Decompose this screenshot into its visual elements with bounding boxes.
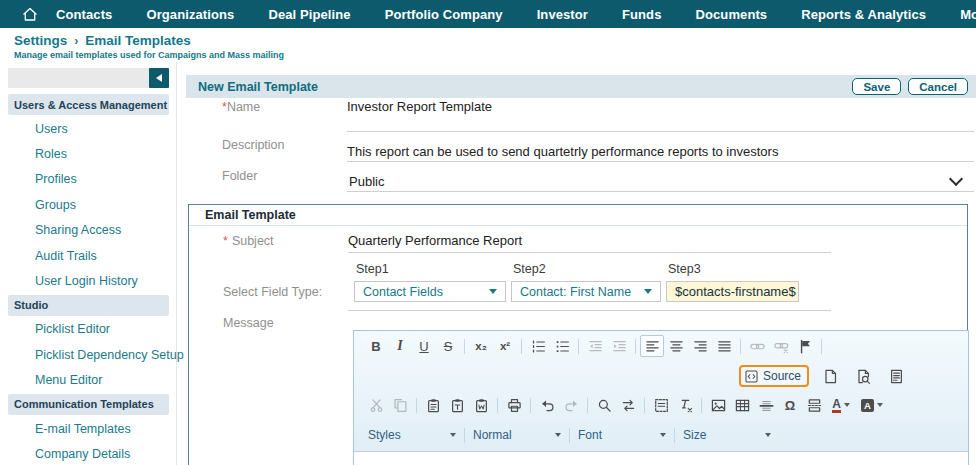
preview-button[interactable] <box>851 365 875 387</box>
undo-button[interactable] <box>535 394 559 416</box>
align-center-button[interactable] <box>664 335 688 357</box>
unlink-button[interactable] <box>769 335 793 357</box>
cut-button[interactable] <box>364 394 388 416</box>
page-title: New Email Template <box>198 80 318 94</box>
print-button[interactable] <box>502 394 526 416</box>
toolbar-separator <box>569 428 570 443</box>
replace-button[interactable] <box>616 394 640 416</box>
sidebar-item-menu-editor[interactable]: Menu Editor <box>0 368 177 393</box>
folder-select[interactable]: Public <box>349 174 384 189</box>
nav-item-deal-pipeline[interactable]: Deal Pipeline <box>251 7 367 22</box>
subject-field[interactable]: Quarterly Performance Report <box>348 233 522 248</box>
top-nav: Contacts Organizations Deal Pipeline Por… <box>0 0 976 28</box>
steps-row-underline <box>348 310 831 311</box>
horizontal-rule-button[interactable] <box>754 394 778 416</box>
toolbar-separator <box>530 398 531 413</box>
sidebar-item-sharing-access[interactable]: Sharing Access <box>0 218 177 243</box>
align-right-button[interactable] <box>688 335 712 357</box>
sidebar-collapse-button[interactable] <box>149 68 169 88</box>
text-color-button[interactable]: A <box>826 394 856 416</box>
message-body-area[interactable] <box>354 451 968 465</box>
bold-button[interactable]: B <box>364 335 388 357</box>
save-button[interactable]: Save <box>852 78 901 95</box>
home-icon[interactable] <box>21 6 39 23</box>
decrease-indent-button[interactable] <box>583 335 607 357</box>
underline-button[interactable]: U <box>412 335 436 357</box>
editor-toolbar-row-4: Styles Normal Font Size <box>354 419 968 451</box>
sidebar-section-communication-templates: Communication Templates <box>8 394 169 415</box>
styles-dropdown[interactable]: Styles <box>364 428 460 442</box>
source-button[interactable]: Source <box>745 369 801 383</box>
nav-item-more[interactable]: More <box>943 7 976 22</box>
chevron-down-icon <box>844 403 850 407</box>
sidebar-item-roles[interactable]: Roles <box>0 141 177 166</box>
justify-button[interactable] <box>712 335 736 357</box>
page-break-button[interactable] <box>802 394 826 416</box>
paste-button[interactable] <box>421 394 445 416</box>
name-field[interactable]: Investor Report Template <box>347 99 492 114</box>
templates-button[interactable] <box>884 365 908 387</box>
sidebar-item-users[interactable]: Users <box>0 116 177 141</box>
toolbar-separator <box>497 398 498 413</box>
sidebar-item-email-templates[interactable]: E-mail Templates <box>0 416 177 441</box>
subject-field-underline <box>348 252 831 253</box>
step3-merge-field[interactable]: $contacts-firstname$ <box>666 281 799 302</box>
nav-item-contacts[interactable]: Contacts <box>39 7 129 22</box>
font-size-dropdown[interactable]: Size <box>679 428 775 442</box>
subscript-button[interactable]: x₂ <box>469 335 493 357</box>
font-dropdown[interactable]: Font <box>574 428 670 442</box>
toolbar-separator <box>521 339 522 354</box>
numbered-list-button[interactable] <box>526 335 550 357</box>
new-page-button[interactable] <box>818 365 842 387</box>
redo-button[interactable] <box>559 394 583 416</box>
nav-item-documents[interactable]: Documents <box>679 7 785 22</box>
link-button[interactable] <box>745 335 769 357</box>
copy-button[interactable] <box>388 394 412 416</box>
flag-anchor-button[interactable] <box>793 335 817 357</box>
background-color-button[interactable]: A <box>856 394 888 416</box>
align-left-button[interactable] <box>640 335 664 357</box>
nav-item-funds[interactable]: Funds <box>605 7 679 22</box>
new-template-header-bar: New Email Template Save Cancel <box>186 75 976 98</box>
sidebar-item-picklist-editor[interactable]: Picklist Editor <box>0 317 177 342</box>
select-field-type-label: Select Field Type: <box>223 285 322 299</box>
paragraph-format-dropdown[interactable]: Normal <box>469 428 565 442</box>
sidebar-item-picklist-dependency-setup[interactable]: Picklist Dependency Setup <box>0 342 177 367</box>
breadcrumb-settings[interactable]: Settings <box>14 33 67 48</box>
sidebar-item-audit-trails[interactable]: Audit Trails <box>0 243 177 268</box>
folder-chevron-down-icon[interactable] <box>949 172 963 186</box>
nav-item-portfolio-company[interactable]: Portfolio Company <box>368 7 520 22</box>
increase-indent-button[interactable] <box>607 335 631 357</box>
sidebar-item-profiles[interactable]: Profiles <box>0 167 177 192</box>
insert-image-button[interactable] <box>706 394 730 416</box>
description-field[interactable]: This report can be used to send quartetr… <box>347 144 778 159</box>
italic-button[interactable]: I <box>388 335 412 357</box>
step2-dropdown[interactable]: Contact: First Name <box>511 281 661 302</box>
nav-item-reports-analytics[interactable]: Reports & Analytics <box>784 7 943 22</box>
sidebar-item-user-login-history[interactable]: User Login History <box>0 268 177 293</box>
dropdown-arrow-icon <box>644 289 652 294</box>
nav-item-investor[interactable]: Investor <box>520 7 605 22</box>
paste-plain-text-button[interactable] <box>445 394 469 416</box>
paste-from-word-button[interactable] <box>469 394 493 416</box>
sidebar-collapse-bar <box>8 68 169 88</box>
toolbar-separator <box>674 428 675 443</box>
step1-dropdown[interactable]: Contact Fields <box>354 281 506 302</box>
bulleted-list-button[interactable] <box>550 335 574 357</box>
app-window: Contacts Organizations Deal Pipeline Por… <box>0 0 976 465</box>
sidebar-item-company-details[interactable]: Company Details <box>0 441 177 465</box>
sidebar-item-groups[interactable]: Groups <box>0 192 177 217</box>
special-character-button[interactable]: Ω <box>778 394 802 416</box>
remove-format-button[interactable] <box>673 394 697 416</box>
insert-table-button[interactable] <box>730 394 754 416</box>
cancel-button[interactable]: Cancel <box>908 78 968 95</box>
select-all-button[interactable] <box>649 394 673 416</box>
nav-item-organizations[interactable]: Organizations <box>129 7 251 22</box>
breadcrumb-separator: › <box>74 34 78 48</box>
description-label: Description <box>222 138 285 152</box>
superscript-button[interactable]: x² <box>493 335 517 357</box>
page-subtitle: Manage email templates used for Campaign… <box>14 50 284 60</box>
find-button[interactable] <box>592 394 616 416</box>
strikethrough-button[interactable]: S <box>436 335 460 357</box>
toolbar-separator <box>644 398 645 413</box>
